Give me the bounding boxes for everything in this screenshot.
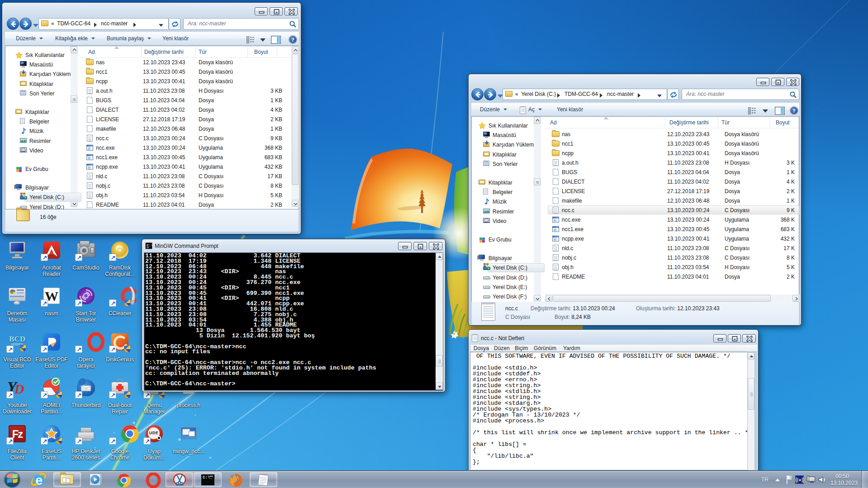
svg-text:e: e [35,473,43,488]
